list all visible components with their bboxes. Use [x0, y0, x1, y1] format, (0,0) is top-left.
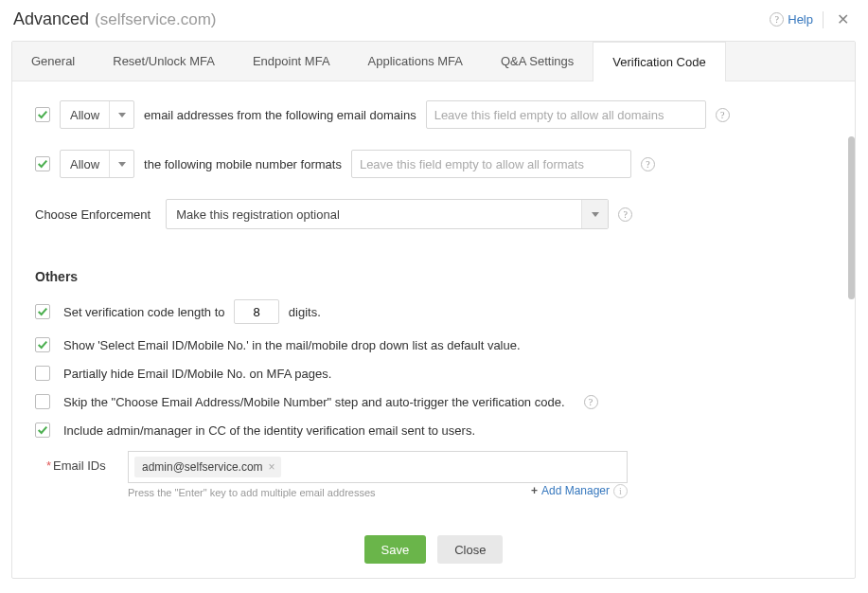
- mobile-format-checkbox[interactable]: [35, 156, 50, 171]
- scrollbar-thumb[interactable]: [848, 136, 855, 299]
- code-length-suffix: digits.: [289, 305, 321, 319]
- email-chip: admin@selfservice.com ×: [134, 457, 281, 477]
- page-subtitle: (selfservice.com): [95, 10, 216, 29]
- info-icon[interactable]: i: [613, 484, 628, 498]
- email-ids-input[interactable]: admin@selfservice.com ×: [128, 451, 628, 483]
- email-ids-label: *Email IDs: [46, 451, 115, 473]
- dialog-header: Advanced (selfservice.com) ? Help ✕: [0, 0, 868, 41]
- tab-qa-settings[interactable]: Q&A Settings: [482, 42, 593, 81]
- enforcement-select[interactable]: Make this registration optional: [166, 199, 609, 229]
- help-link[interactable]: ? Help: [770, 12, 813, 27]
- others-heading: Others: [35, 269, 832, 284]
- code-length-label: Set verification code length to digits.: [63, 299, 321, 324]
- settings-panel: General Reset/Unlock MFA Endpoint MFA Ap…: [11, 41, 856, 579]
- tab-label: Q&A Settings: [501, 54, 574, 68]
- email-domain-input[interactable]: [426, 100, 706, 129]
- page-title: Advanced: [13, 9, 89, 29]
- check-icon: [37, 339, 48, 350]
- chevron-down-icon[interactable]: [581, 200, 608, 228]
- check-icon: [37, 306, 48, 317]
- tab-label: Endpoint MFA: [253, 54, 330, 68]
- help-label: Help: [788, 12, 813, 27]
- select-value: Allow: [61, 151, 109, 177]
- mobile-format-text: the following mobile number formats: [144, 157, 342, 171]
- required-asterisk: *: [46, 458, 51, 473]
- select-value: Make this registration optional: [167, 200, 581, 228]
- skip-choose-label: Skip the "Choose Email Address/Mobile Nu…: [63, 395, 565, 409]
- info-icon[interactable]: ?: [618, 207, 632, 222]
- dialog-footer: Save Close: [12, 521, 855, 578]
- info-icon[interactable]: ?: [716, 108, 730, 122]
- tab-label: Verification Code: [612, 55, 705, 69]
- include-cc-label: Include admin/manager in CC of the ident…: [63, 423, 475, 438]
- enforcement-label: Choose Enforcement: [35, 207, 151, 222]
- chip-remove-icon[interactable]: ×: [269, 460, 275, 474]
- close-button[interactable]: Close: [437, 535, 503, 564]
- header-divider: [823, 11, 824, 28]
- partial-hide-label: Partially hide Email ID/Mobile No. on MF…: [63, 367, 331, 381]
- add-manager-label: Add Manager: [541, 484, 610, 497]
- tab-verification-code[interactable]: Verification Code: [593, 42, 725, 81]
- tab-content: Allow email addresses from the following…: [12, 81, 855, 521]
- code-length-input[interactable]: [234, 299, 279, 324]
- email-ids-hint: Press the "Enter" key to add multiple em…: [128, 487, 376, 498]
- info-icon[interactable]: ?: [584, 395, 598, 409]
- chevron-down-icon[interactable]: [109, 151, 133, 177]
- email-chip-text: admin@selfservice.com: [142, 460, 263, 474]
- email-domain-checkbox[interactable]: [35, 107, 50, 122]
- skip-choose-checkbox[interactable]: [35, 394, 50, 409]
- chevron-down-icon[interactable]: [109, 101, 133, 128]
- tab-reset-unlock-mfa[interactable]: Reset/Unlock MFA: [94, 42, 234, 81]
- close-button[interactable]: ✕: [833, 10, 853, 28]
- select-value: Allow: [61, 101, 109, 128]
- tab-general[interactable]: General: [12, 42, 94, 81]
- code-length-checkbox[interactable]: [35, 304, 50, 319]
- tab-label: Reset/Unlock MFA: [113, 54, 215, 68]
- mobile-format-mode-select[interactable]: Allow: [60, 150, 134, 178]
- check-icon: [37, 158, 48, 170]
- scrollbar[interactable]: [847, 81, 855, 521]
- plus-icon: +: [531, 484, 538, 497]
- check-icon: [37, 109, 48, 120]
- partial-hide-checkbox[interactable]: [35, 366, 50, 381]
- show-default-label: Show 'Select Email ID/Mobile No.' in the…: [63, 338, 521, 352]
- mobile-format-input[interactable]: [351, 150, 631, 178]
- email-domain-mode-select[interactable]: Allow: [60, 100, 134, 129]
- code-length-prefix: Set verification code length to: [63, 305, 225, 319]
- show-default-checkbox[interactable]: [35, 337, 50, 352]
- info-icon[interactable]: ?: [641, 157, 655, 171]
- tab-label: Applications MFA: [368, 54, 463, 68]
- help-icon: ?: [770, 12, 784, 27]
- tab-label: General: [31, 54, 75, 68]
- tab-bar: General Reset/Unlock MFA Endpoint MFA Ap…: [12, 42, 855, 81]
- include-cc-checkbox[interactable]: [35, 422, 50, 438]
- save-button[interactable]: Save: [364, 535, 427, 564]
- check-icon: [37, 424, 48, 436]
- tab-endpoint-mfa[interactable]: Endpoint MFA: [234, 42, 349, 81]
- add-manager-link[interactable]: + Add Manager i: [531, 484, 628, 498]
- email-domain-text: email addresses from the following email…: [144, 108, 416, 122]
- tab-applications-mfa[interactable]: Applications MFA: [349, 42, 482, 81]
